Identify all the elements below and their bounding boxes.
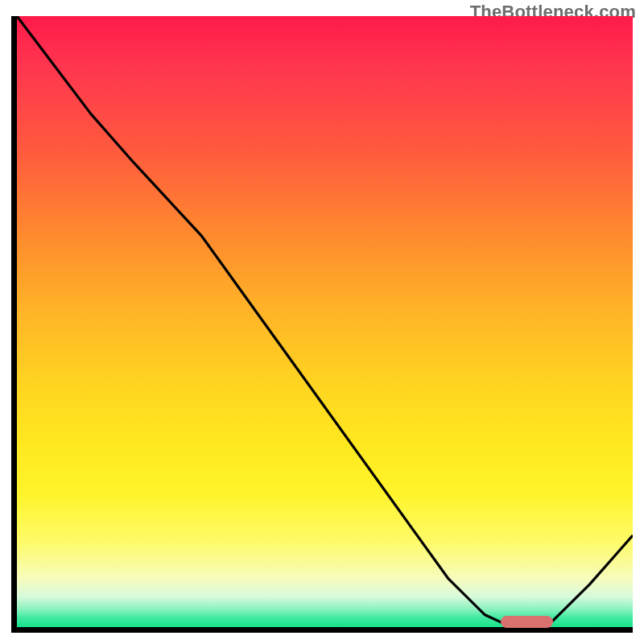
- curve-layer: [17, 16, 633, 627]
- plot-area: [17, 16, 633, 627]
- flat-minimum-marker: [501, 616, 553, 628]
- bottleneck-curve-path: [17, 16, 633, 625]
- y-axis: [11, 16, 17, 631]
- x-axis: [11, 627, 633, 633]
- chart-stage: TheBottleneck.com: [0, 0, 644, 644]
